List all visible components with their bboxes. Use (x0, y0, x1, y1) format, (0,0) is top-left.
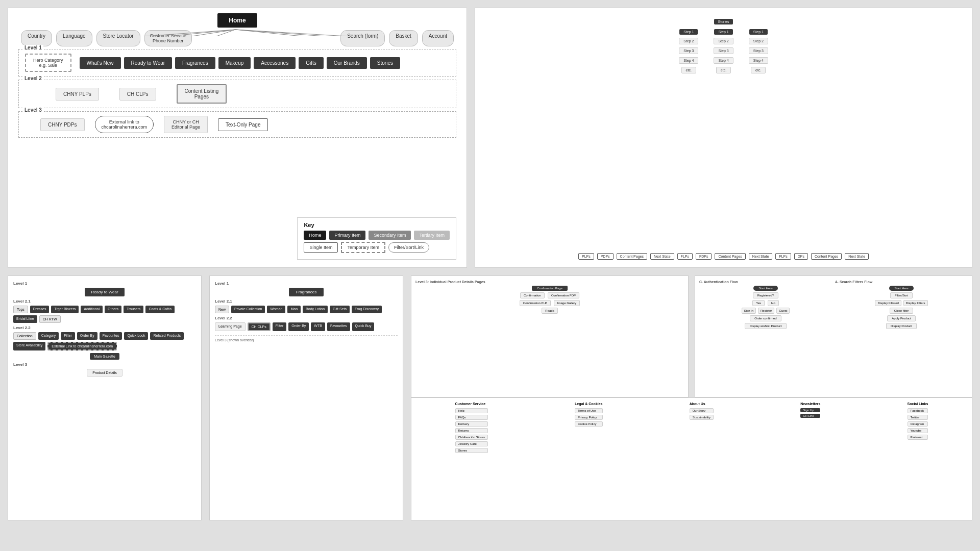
pd-r2-2: Confirmation PDP (548, 292, 579, 298)
auth-search-panel: C. Authentication Flow Start Here Regist… (695, 276, 972, 397)
tr-col3-step1: Step 1 (749, 29, 768, 35)
fl-cs-7: Stores (455, 448, 488, 453)
tr-col1-step4: Step 4 (679, 57, 698, 64)
search-diagram: Start Here Filter/Sort Display Filtered … (835, 286, 968, 329)
auth-o2: Register (758, 308, 774, 314)
top-right-panel: Stories Step 1 Step 2 Step 3 Step 4 etc.… (475, 8, 972, 268)
bl-level22-nodes: Collection Category Filter Order By Favo… (13, 332, 196, 350)
pd-r4-1: Reads (542, 308, 557, 314)
bl-rtw-node: Ready to Wear (13, 288, 196, 296)
tr-col1-step3: Step 3 (679, 47, 698, 54)
content-listing-pages-node: Content ListingPages (177, 84, 227, 104)
level2-label: Level 2 (23, 76, 43, 81)
bm-gift-sets: Gift Sets (330, 306, 350, 313)
bl-level3: Level 3 (13, 362, 196, 367)
auth-display: Display wishlist Product (745, 323, 786, 329)
bl-quicklook: Quick Look (124, 332, 148, 340)
fl-nl-1: Sign Up (800, 408, 820, 412)
bl-level22: Level 2.2 (13, 325, 196, 330)
fl-newsletters: Newsletters Sign Up CH Link (800, 402, 820, 453)
tr-label-flps2: FLPs (775, 253, 791, 260)
tr-label-flps: FLPs (677, 253, 693, 260)
level3-section: Level 3 CHNY PDPs External link tochcaro… (18, 111, 456, 138)
page-wrapper: Home Country Language Store Locator Cust… (0, 0, 980, 551)
key-box: Key Home Primary Item Secondary Item Ter… (297, 217, 456, 260)
tr-diagram: Stories Step 1 Step 2 Step 3 Step 4 etc.… (483, 16, 964, 260)
tr-col2-step2: Step 2 (714, 38, 733, 44)
tr-label-fdps: FDPs (696, 253, 712, 260)
tr-col2-step4: Step 4 (714, 57, 733, 64)
auth-no: No (768, 300, 779, 306)
auth-branches: Yes No (752, 300, 778, 306)
tr-bottom-labels: PLPs PDPs Content Pages Next State FLPs … (578, 253, 869, 260)
search-display-product: Display Product (886, 323, 917, 329)
fl-about-2: Sustainability (690, 415, 714, 420)
bottom-right-top: Level 3: Individual Product Details Page… (411, 276, 972, 397)
bm-level1: Level 1 (215, 281, 398, 286)
fl-nl-title: Newsletters (800, 402, 820, 406)
bl-bridal: Bridal Lline (13, 315, 37, 323)
bm-level21-nodes: New Private Collection Woman Man Body Lo… (215, 306, 398, 313)
fl-legal-1: Terms of Use (575, 408, 602, 413)
bl-coats: Coats & Caftis (145, 306, 175, 313)
bm-fragrances-node: Fragrances (289, 288, 324, 296)
bottom-left-panel: Level 1 Ready to Wear Level 2.1 Tops Dre… (8, 276, 202, 520)
fl-cs-title: Customer Service (455, 402, 488, 406)
gifts-node: Gifts (299, 57, 324, 69)
ready-to-wear-node: Ready to Wear (124, 57, 173, 69)
tr-label-next: Next State (650, 253, 674, 260)
bm-woman: Woman (267, 306, 285, 313)
search-start: Start Here (889, 286, 913, 291)
fl-pinterest: Pinterest (908, 435, 928, 440)
pd-row4: Reads (542, 308, 557, 314)
auth-start: Start Here (753, 286, 777, 291)
fl-social-title: Social Links (908, 402, 928, 406)
tr-label-content: Content Pages (617, 253, 647, 260)
auth-diagram: Start Here Registered? Yes No Sign in Re… (699, 286, 832, 329)
fl-about-1: Our Story (690, 408, 714, 413)
bl-related: Related Products (150, 332, 184, 340)
product-details-panel: Level 3: Individual Product Details Page… (411, 276, 689, 397)
fl-inner: Customer Service Help FAQs Delivery Retu… (411, 398, 972, 520)
key-container: Key Home Primary Item Secondary Item Ter… (297, 217, 456, 260)
bl-others: Others (105, 306, 121, 313)
fl-cs-3: Delivery (455, 421, 488, 427)
bm-favourites2: Favourites (327, 322, 350, 331)
home-connectors-svg (16, 13, 455, 36)
fl-cs-4: Returns (455, 428, 488, 433)
pd-row3: Confirmation PLP Image Gallery (520, 300, 580, 306)
fl-legal-2: Privacy Policy (575, 415, 602, 420)
key-title: Key (304, 222, 450, 228)
bottom-mid-panel: Level 1 Fragrances Level 2.1 New Private… (209, 276, 403, 520)
level1-label: Level 1 (23, 45, 43, 51)
pd-r3-1: Confirmation PLP (520, 300, 551, 306)
external-link-node: External link tochcarolinaherrera.com (95, 116, 154, 133)
auth-o1: Sign in (742, 308, 756, 314)
makeup-node: Makeup (218, 57, 251, 69)
bm-frag-discovery: Frag Discovery (352, 306, 382, 313)
key-tertiary: Tertiary Item (414, 231, 450, 240)
search-title: A. Search Filters Flow (835, 280, 968, 284)
tr-col3-step4: Step 4 (749, 57, 768, 64)
pd-confirmation: Confirmation Page (532, 286, 568, 291)
fl-legal-3: Cookie Policy (575, 421, 602, 427)
fl-facebook: Facebook (908, 408, 928, 413)
chny-plps-node: CHNY PLPs (56, 88, 99, 101)
editorial-page-node: CHNY or CHEditorial Page (164, 116, 208, 133)
bm-frag-node-row: Fragrances (215, 288, 398, 296)
fl-twitter: Twitter (908, 415, 928, 420)
search-flow: A. Search Filters Flow Start Here Filter… (835, 280, 968, 393)
fl-about: About Us Our Story Sustainability (690, 402, 714, 453)
tr-start: Stories (714, 16, 733, 25)
bl-trger-blazers: Trger Blazers (51, 306, 79, 313)
svg-line-1 (118, 30, 235, 36)
tr-col1: Step 1 Step 2 Step 3 Step 4 etc. (679, 29, 698, 73)
hero-category-node: Hero Categorye.g. Sale (25, 54, 71, 72)
level3-nodes: CHNY PDPs External link tochcarolinaherr… (25, 116, 450, 133)
our-brands-node: Our Brands (327, 57, 367, 69)
pd-row2: Confirmation Confirmation PDP (520, 292, 579, 298)
tr-label-pdps: PDPs (597, 253, 614, 260)
bm-level3-note: Level 3 (shown overleaf) (215, 335, 398, 342)
fl-legal-title: Legal & Cookies (575, 402, 602, 406)
key-home: Home (304, 231, 326, 240)
